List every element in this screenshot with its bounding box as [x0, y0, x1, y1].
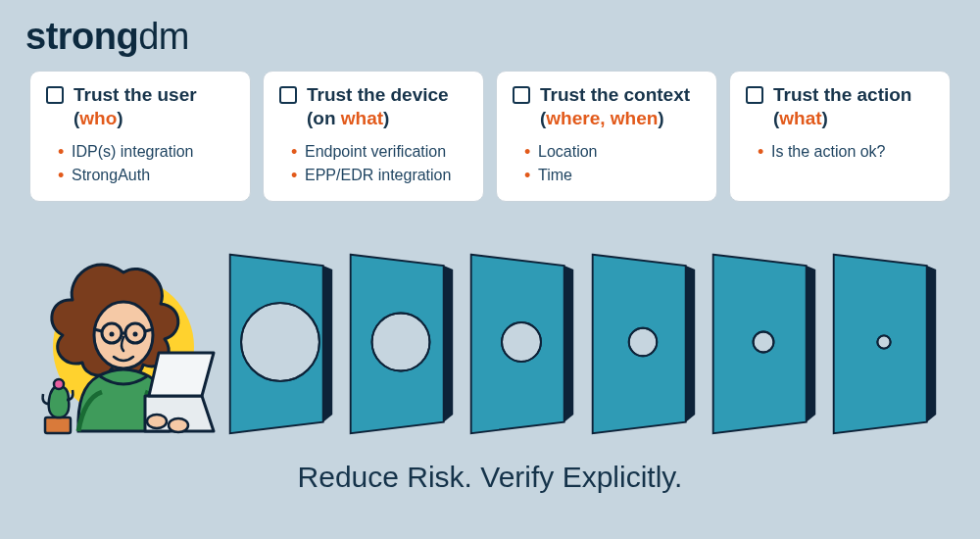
svg-point-19 [753, 332, 773, 353]
bullet: Is the action ok? [771, 140, 934, 164]
card-title: Trust the device (on what) [307, 83, 449, 130]
svg-point-11 [241, 303, 319, 381]
card-title-main: Trust the user [74, 84, 197, 105]
card-emph: what [779, 108, 821, 128]
tagline: Reduce Risk. Verify Explicitly. [0, 461, 980, 494]
card-title: Trust the user (who) [74, 83, 197, 130]
card-bullets: Endpoint verification EPP/EDR integratio… [305, 140, 467, 187]
card-paren-post: ) [658, 108, 663, 128]
bullet: Time [538, 164, 701, 187]
card-bullets: Location Time [538, 140, 701, 187]
card-bullets: Is the action ok? [771, 140, 934, 164]
filter-panel-1 [223, 249, 337, 435]
bullet: Endpoint verification [305, 140, 467, 164]
bullet: IDP(s) integration [72, 140, 234, 164]
svg-marker-20 [927, 266, 937, 422]
svg-rect-8 [45, 417, 71, 433]
card-title-main: Trust the device [307, 84, 449, 105]
user-illustration [39, 239, 216, 435]
bullet: StrongAuth [72, 164, 234, 187]
brand-rest: dm [138, 16, 189, 57]
bullet: EPP/EDR integration [305, 164, 467, 187]
checkbox-icon [279, 86, 297, 104]
svg-point-13 [372, 314, 430, 371]
card-paren-post: ) [383, 108, 389, 128]
card-paren-pre: (on [307, 108, 341, 128]
brand-strong: strong [25, 16, 138, 57]
svg-point-6 [147, 415, 167, 428]
svg-point-5 [133, 332, 138, 337]
card-emph: who [79, 108, 117, 128]
card-emph: where, when [546, 108, 658, 128]
card-emph: what [341, 108, 383, 128]
svg-marker-18 [806, 266, 815, 422]
checkbox-icon [513, 86, 530, 104]
card-bullets: IDP(s) integration StrongAuth [72, 140, 234, 187]
svg-marker-14 [564, 266, 574, 422]
checkbox-icon [46, 86, 64, 104]
brand-logo: strongdm [25, 16, 189, 58]
card-trust-device: Trust the device (on what) Endpoint veri… [263, 71, 484, 202]
filter-panel-3 [465, 249, 578, 435]
svg-point-15 [502, 322, 541, 362]
svg-point-4 [110, 332, 115, 337]
panels-sequence [223, 229, 941, 435]
card-title: Trust the action (what) [773, 83, 911, 130]
filter-panel-4 [586, 249, 700, 435]
card-title: Trust the context (where, when) [540, 83, 690, 130]
bullet: Location [538, 140, 701, 164]
svg-point-7 [169, 418, 188, 432]
svg-point-21 [877, 335, 890, 348]
filter-panel-5 [707, 249, 820, 435]
svg-marker-10 [323, 266, 333, 422]
card-paren-post: ) [117, 108, 122, 128]
card-trust-context: Trust the context (where, when) Location… [496, 71, 717, 202]
svg-marker-16 [685, 266, 695, 422]
card-title-main: Trust the action [773, 84, 911, 105]
svg-marker-12 [444, 266, 454, 422]
card-title-main: Trust the context [540, 84, 690, 105]
illustration-row [39, 218, 941, 435]
svg-point-17 [628, 328, 657, 357]
filter-panel-2 [344, 249, 458, 435]
filter-panel-6 [827, 249, 941, 435]
card-paren-post: ) [822, 108, 828, 128]
trust-cards-row: Trust the user (who) IDP(s) integration … [29, 71, 951, 202]
checkbox-icon [746, 86, 763, 104]
svg-point-9 [54, 379, 64, 389]
card-trust-user: Trust the user (who) IDP(s) integration … [29, 71, 251, 202]
card-trust-action: Trust the action (what) Is the action ok… [729, 71, 951, 202]
